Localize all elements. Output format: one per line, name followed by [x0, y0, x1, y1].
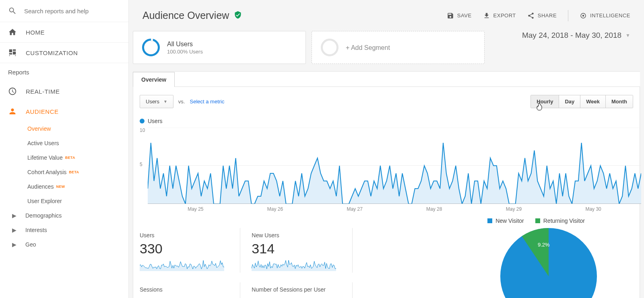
metric-dropdown[interactable]: Users ▼ — [140, 95, 173, 108]
home-icon — [8, 28, 17, 37]
legend-square-icon — [487, 218, 492, 223]
add-segment-label: + Add Segment — [346, 44, 390, 51]
vs-label: vs. — [178, 99, 185, 105]
sidebar-item-home[interactable]: HOME — [0, 22, 128, 42]
export-icon — [483, 12, 490, 19]
sidebar-item-label: HOME — [26, 29, 45, 36]
export-button[interactable]: EXPORT — [483, 12, 516, 19]
share-icon — [527, 12, 535, 19]
sidebar-item-customization[interactable]: CUSTOMIZATION — [0, 43, 128, 63]
sidebar-item-audience[interactable]: AUDIENCE — [0, 101, 128, 121]
controls-row: Users ▼ vs. Select a metric Hourly Day W… — [140, 95, 633, 108]
sidebar-sub-geo[interactable]: ▶Geo — [0, 237, 128, 252]
chart-legend: Users — [140, 118, 633, 124]
granularity-hourly[interactable]: Hourly — [531, 95, 559, 108]
pie-chart: 9.2% — [464, 224, 633, 298]
segment-row: All Users 100.00% Users + Add Segment Ma… — [133, 31, 640, 64]
intelligence-button[interactable]: INTELLIGENCE — [580, 12, 630, 19]
sidebar-sub-cohort-analysis[interactable]: Cohort AnalysisBETA — [0, 165, 128, 179]
page-title: Audience Overview — [142, 10, 229, 21]
metric-users: Users 330 — [140, 228, 240, 273]
search-icon — [8, 6, 17, 15]
caret-icon: ▶ — [12, 227, 17, 233]
granularity-day[interactable]: Day — [559, 95, 580, 108]
svg-point-1 — [582, 14, 584, 16]
reports-header: Reports — [0, 63, 128, 81]
person-icon — [8, 107, 17, 116]
header-actions: SAVE EXPORT SHARE INTELLIGENCE — [447, 10, 630, 21]
svg-text:9.2%: 9.2% — [538, 242, 550, 248]
sidebar-sub-audiences[interactable]: AudiencesNEW — [0, 179, 128, 194]
sidebar-item-label: AUDIENCE — [26, 108, 59, 115]
dropdown-triangle-icon: ▼ — [625, 33, 630, 38]
metric-empty — [352, 228, 464, 273]
add-segment-button[interactable]: + Add Segment — [312, 31, 485, 64]
metric-sessions-per-user: Number of Sessions per User 1.08 — [240, 282, 352, 298]
sidebar-item-label: CUSTOMIZATION — [26, 49, 78, 56]
divider — [568, 10, 568, 21]
dashboard-icon — [8, 48, 17, 57]
sidebar-sub-user-explorer[interactable]: User Explorer — [0, 194, 128, 208]
share-button[interactable]: SHARE — [527, 12, 557, 19]
verified-shield-icon — [234, 11, 242, 21]
segment-title: All Users — [167, 41, 203, 48]
granularity-switch: Hourly Day Week Month — [530, 95, 633, 108]
metrics-section: Users 330 New Users 314 — [140, 224, 633, 298]
caret-icon: ▶ — [12, 241, 17, 248]
sidebar-sub-lifetime-value[interactable]: Lifetime ValueBETA — [0, 150, 128, 165]
legend-dot-icon — [140, 119, 144, 123]
segment-all-users[interactable]: All Users 100.00% Users — [133, 31, 306, 64]
sidebar-sub-demographics[interactable]: ▶Demographics — [0, 208, 128, 223]
legend-square-icon — [535, 218, 540, 223]
save-icon — [447, 12, 454, 19]
sparkline — [140, 259, 224, 271]
metric-new-users: New Users 314 — [240, 228, 352, 273]
sidebar-sub-interests[interactable]: ▶Interests — [0, 223, 128, 237]
main-content: Audience Overview SAVE EXPORT SHARE — [129, 0, 644, 298]
search-input[interactable] — [24, 8, 120, 14]
search-row — [0, 0, 128, 22]
tab-overview[interactable]: Overview — [133, 72, 175, 87]
header-bar: Audience Overview SAVE EXPORT SHARE — [129, 0, 644, 31]
sidebar-sub-overview[interactable]: Overview — [0, 121, 128, 136]
granularity-week[interactable]: Week — [580, 95, 605, 108]
segment-ring-icon — [321, 39, 339, 56]
dropdown-triangle-icon: ▼ — [163, 99, 167, 104]
chart-xaxis: May 25 May 26 May 27 May 28 May 29 May 3… — [140, 206, 633, 212]
sparkline — [252, 259, 336, 271]
select-metric-link[interactable]: Select a metric — [190, 99, 224, 105]
clock-icon — [8, 87, 17, 96]
sidebar-item-label: REAL-TIME — [26, 88, 60, 95]
pie-legend: New Visitor Returning Visitor — [140, 218, 633, 224]
segment-subtitle: 100.00% Users — [167, 49, 203, 55]
sidebar-sub-active-users[interactable]: Active Users — [0, 136, 128, 150]
segment-ring-icon — [142, 39, 160, 56]
granularity-month[interactable]: Month — [605, 95, 633, 108]
metric-sessions: Sessions 358 — [140, 282, 240, 298]
date-range-picker[interactable]: May 24, 2018 - May 30, 2018 ▼ — [522, 31, 640, 40]
tabs: Overview — [133, 72, 640, 86]
sidebar-item-realtime[interactable]: REAL-TIME — [0, 81, 128, 101]
caret-icon: ▶ — [12, 212, 17, 219]
panel: Overview Users ▼ vs. Select a metric Hou… — [133, 71, 640, 298]
save-button[interactable]: SAVE — [447, 12, 472, 19]
users-chart: 10 5 — [140, 127, 633, 204]
intelligence-icon — [580, 12, 587, 19]
sidebar: HOME CUSTOMIZATION Reports REAL-TIME AUD… — [0, 0, 129, 298]
